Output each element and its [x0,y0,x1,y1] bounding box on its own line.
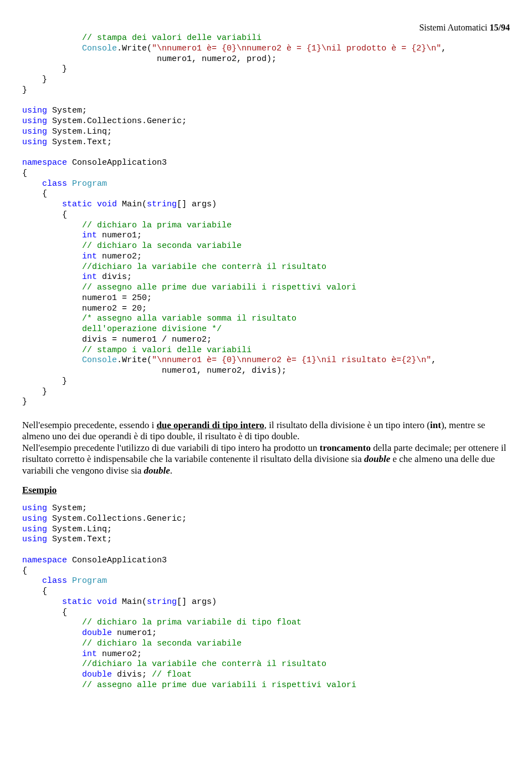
code-line: numero1, numero2, divis); [22,366,287,375]
code-line: // dichiaro la prima variabile di tipo f… [22,618,301,627]
code-line: // assegno alle prime due variabili i ri… [22,283,356,292]
code-token: using [22,138,47,147]
code-token [22,355,82,365]
code-token: .Write( [117,355,152,365]
code-token: double [82,628,112,638]
code-token: string [147,597,177,607]
code-token: static [62,597,92,607]
code-token: using [22,535,47,544]
code-token: Main( [117,597,147,607]
code-line: { [22,587,47,596]
text: . [170,465,172,476]
code-block-1: // stampa dei valori delle variabili Con… [22,33,510,408]
code-token: using [22,504,47,513]
code-token [67,576,72,586]
code-line: { [22,608,67,617]
code-token: divis; [97,272,132,282]
code-token [92,597,97,607]
code-line: { [22,566,27,576]
code-token: Main( [117,200,147,209]
code-token: System; [47,504,87,513]
code-token: namespace [22,556,67,565]
code-token: int [82,231,97,240]
code-token: using [22,116,47,126]
code-line: divis = numero1 / numero2; [22,335,212,344]
code-token: divis; [112,670,152,679]
code-token [92,200,97,209]
code-token: System; [47,106,87,115]
code-token: System.Collections.Generic; [47,514,187,524]
code-token: [] args) [177,597,217,607]
code-token: static [62,200,92,209]
code-token: "\nnumero1 è= {0}\nnumero2 è= {1}\nil ri… [152,355,431,365]
code-line: { [22,169,27,178]
text: Nell'esempio precedente, essendo i [22,420,156,430]
code-token: void [97,200,117,209]
code-block-2: using System; using System.Collections.G… [22,504,510,691]
code-token: using [22,106,47,115]
page-number: 15/94 [490,23,510,32]
code-line: // stampa dei valori delle variabili [22,33,262,43]
code-line [22,44,82,53]
code-token: numero1; [97,231,142,240]
page-header: Sistemi Automatici 15/94 [22,22,510,33]
code-token [22,252,82,261]
code-token: string [147,200,177,209]
code-token: int [82,272,97,282]
code-token: System.Text; [47,138,112,147]
code-line: // stampo i valori delle variabili [22,346,252,355]
code-line: // assegno alle prime due variabili i ri… [22,680,356,690]
header-title: Sistemi Automatici [419,23,489,32]
code-token: numero2; [97,649,142,659]
code-line: /* assegno alla variable somma il risult… [22,314,296,323]
code-token: using [22,127,47,136]
code-token: [] args) [177,200,217,209]
code-token [22,670,82,679]
code-token: using [22,514,47,524]
code-token: int [82,649,97,659]
emphasis: int [430,420,441,430]
code-token: System.Linq; [47,525,112,534]
code-line: } [22,387,47,397]
code-token: System.Linq; [47,127,112,136]
code-line: } [22,64,67,74]
code-token: numero2; [97,252,142,261]
code-line: numero2 = 20; [22,304,147,313]
code-line: numero1 = 250; [22,293,152,303]
code-token: , [441,44,446,53]
explanatory-paragraph: Nell'esempio precedente, essendo i due o… [22,420,510,476]
code-line: { [22,189,47,199]
code-token [22,179,42,189]
text: , il risultato della divisione è un tipo… [264,420,430,430]
code-token: System.Text; [47,535,112,544]
code-line: } [22,377,67,386]
text: Nell'esempio precedente l'utilizzo di du… [22,443,320,453]
code-token: Program [72,179,107,189]
code-line: numero1, numero2, prod); [22,54,277,64]
code-token [22,649,82,659]
code-line: //dichiaro la variabile che conterrà il … [22,262,326,272]
code-token: using [22,525,47,534]
code-token: numero1; [112,628,157,638]
code-token: void [97,597,117,607]
code-token: class [42,576,67,586]
code-token: , [431,355,436,365]
code-line: { [22,210,67,220]
code-line: // dichiaro la prima variabile [22,221,232,230]
emphasis: double [144,465,170,476]
code-token: Console [82,355,117,365]
code-line: //dichiaro la variabile che conterrà il … [22,659,326,669]
code-line: } [22,75,47,84]
code-token: System.Collections.Generic; [47,116,187,126]
code-token [22,200,62,209]
code-line: } [22,85,27,95]
code-token [22,628,82,638]
code-token [22,231,82,240]
code-token: Console [82,44,117,53]
code-token: ConsoleApplication3 [67,158,167,167]
code-token: ConsoleApplication3 [67,556,167,565]
code-token [22,272,82,282]
code-token: Program [72,576,107,586]
code-token [22,576,42,586]
emphasis: troncamento [320,443,371,453]
